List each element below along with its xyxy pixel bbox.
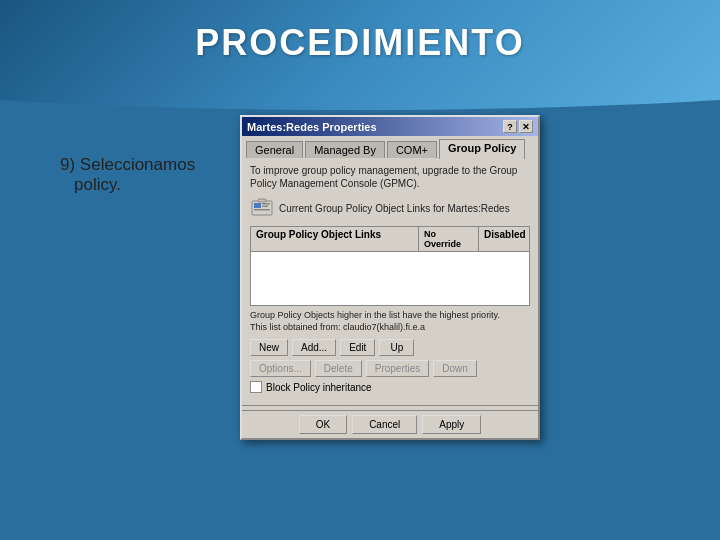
tab-com[interactable]: COM+ bbox=[387, 141, 437, 158]
svg-rect-4 bbox=[262, 206, 268, 208]
dialog-title: Martes:Redes Properties bbox=[247, 121, 377, 133]
bottom-description: Group Policy Objects higher in the list … bbox=[250, 310, 530, 333]
new-button[interactable]: New bbox=[250, 339, 288, 356]
buttons-row-1: New Add... Edit Up bbox=[250, 339, 530, 356]
up-button[interactable]: Up bbox=[379, 339, 414, 356]
table-header: Group Policy Object Links No Override Di… bbox=[250, 226, 530, 251]
col-gpo-links: Group Policy Object Links bbox=[251, 227, 419, 251]
ok-button[interactable]: OK bbox=[299, 415, 347, 434]
step-number: 9) bbox=[60, 155, 75, 174]
svg-rect-5 bbox=[258, 199, 266, 202]
block-policy-label: Block Policy inheritance bbox=[266, 382, 372, 393]
edit-button[interactable]: Edit bbox=[340, 339, 375, 356]
gpo-table: Group Policy Object Links No Override Di… bbox=[250, 226, 530, 306]
apply-button[interactable]: Apply bbox=[422, 415, 481, 434]
step-text-main: Seleccionamos bbox=[80, 155, 195, 174]
block-policy-row: Block Policy inheritance bbox=[250, 381, 530, 393]
options-button[interactable]: Options... bbox=[250, 360, 311, 377]
dialog-content: To improve group policy management, upgr… bbox=[242, 158, 538, 405]
tab-general[interactable]: General bbox=[246, 141, 303, 158]
col-no-override: No Override bbox=[419, 227, 479, 251]
dialog-description: To improve group policy management, upgr… bbox=[250, 164, 530, 190]
page-title: PROCEDIMIENTO bbox=[0, 22, 720, 64]
current-group-row: Current Group Policy Object Links for Ma… bbox=[250, 196, 530, 220]
titlebar-buttons: ? ✕ bbox=[503, 120, 533, 133]
svg-rect-3 bbox=[262, 203, 270, 205]
properties-button[interactable]: Properties bbox=[366, 360, 430, 377]
dialog-divider bbox=[242, 405, 538, 406]
table-body bbox=[250, 251, 530, 306]
col-disabled: Disabled bbox=[479, 227, 529, 251]
properties-dialog: Martes:Redes Properties ? ✕ General Mana… bbox=[240, 115, 540, 440]
gpo-icon bbox=[250, 196, 274, 220]
tab-group-policy[interactable]: Group Policy bbox=[439, 139, 525, 159]
svg-rect-2 bbox=[254, 209, 270, 211]
step-text-secondary: policy. bbox=[74, 175, 121, 194]
cancel-button[interactable]: Cancel bbox=[352, 415, 417, 434]
current-gpo-text: Current Group Policy Object Links for Ma… bbox=[279, 203, 510, 214]
dialog-tabs: General Managed By COM+ Group Policy bbox=[242, 136, 538, 158]
add-button[interactable]: Add... bbox=[292, 339, 336, 356]
close-button[interactable]: ✕ bbox=[519, 120, 533, 133]
dialog-footer: OK Cancel Apply bbox=[242, 410, 538, 438]
down-button[interactable]: Down bbox=[433, 360, 477, 377]
step-description: 9) Seleccionamos policy. bbox=[60, 155, 195, 195]
svg-rect-1 bbox=[254, 203, 261, 208]
group-policy-icon bbox=[251, 197, 273, 219]
tab-managed-by[interactable]: Managed By bbox=[305, 141, 385, 158]
block-policy-checkbox[interactable] bbox=[250, 381, 262, 393]
help-button[interactable]: ? bbox=[503, 120, 517, 133]
dialog-titlebar: Martes:Redes Properties ? ✕ bbox=[242, 117, 538, 136]
delete-button[interactable]: Delete bbox=[315, 360, 362, 377]
buttons-row-2: Options... Delete Properties Down bbox=[250, 360, 530, 377]
